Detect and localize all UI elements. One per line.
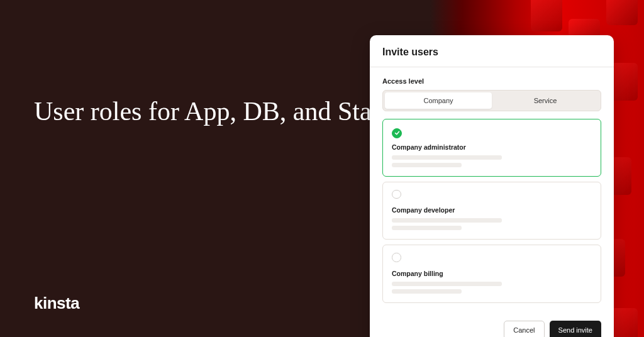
access-level-label: Access level [382,77,601,85]
skeleton-line [392,163,462,167]
send-invite-button[interactable]: Send invite [550,321,601,338]
modal-body: Access level Company Service Company adm… [370,67,614,317]
modal-header: Invite users [370,35,614,67]
radio-unselected [392,253,401,262]
skeleton-line [392,289,462,294]
logo-text: kinsta [34,294,79,312]
role-title: Company billing [392,270,592,277]
role-option-company-billing[interactable]: Company billing [382,245,601,303]
role-title: Company developer [392,206,592,214]
role-title: Company administrator [392,143,592,151]
skeleton-line [392,226,462,230]
skeleton-line [392,155,502,160]
check-icon [394,130,400,136]
skeleton-line [392,282,502,286]
skeleton-line [392,218,502,223]
access-level-tabs: Company Service [382,90,601,111]
role-option-company-administrator[interactable]: Company administrator [382,119,601,177]
modal-title: Invite users [382,47,601,58]
radio-unselected [392,190,401,199]
cancel-button[interactable]: Cancel [504,321,544,338]
brand-logo: kinsta [34,294,79,313]
radio-selected [392,128,402,138]
tab-service[interactable]: Service [492,92,599,109]
role-option-company-developer[interactable]: Company developer [382,182,601,240]
modal-footer: Cancel Send invite [370,317,614,338]
invite-users-modal: Invite users Access level Company Servic… [370,35,614,337]
tab-company[interactable]: Company [385,92,492,109]
